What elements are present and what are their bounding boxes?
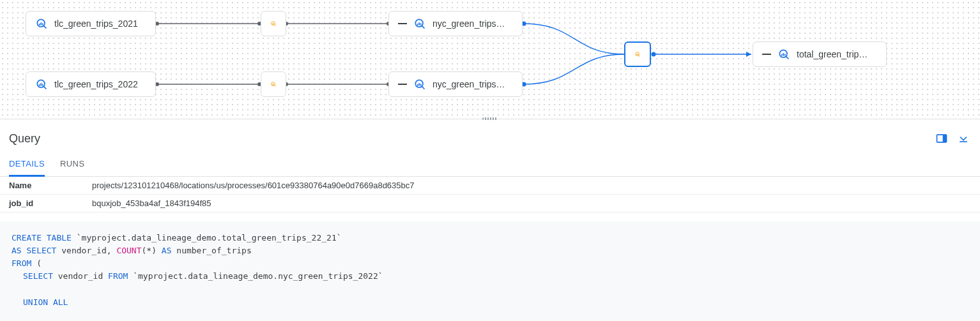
bigquery-process-icon: [270, 17, 277, 30]
svg-line-26: [275, 86, 276, 87]
node-label: nyc_green_trips…: [433, 19, 505, 29]
panel-tabs: DETAILS RUNS: [0, 153, 980, 177]
node-label: total_green_trip…: [797, 49, 868, 59]
process-node-1[interactable]: [261, 11, 286, 36]
bigquery-process-icon: [270, 78, 277, 91]
bigquery-icon: [413, 17, 426, 30]
node-nyc-2022[interactable]: nyc_green_trips…: [388, 71, 523, 97]
svg-line-18: [43, 26, 46, 28]
table-row: Name projects/123101210468/locations/us/…: [0, 177, 980, 195]
sql-preview: CREATE TABLE `myproject.data_lineage_dem…: [0, 221, 980, 321]
bigquery-icon: [35, 17, 48, 30]
dock-right-icon[interactable]: [935, 132, 948, 145]
tab-runs[interactable]: RUNS: [60, 153, 84, 176]
minus-icon: [762, 54, 771, 55]
details-table: Name projects/123101210468/locations/us/…: [0, 177, 980, 213]
svg-line-20: [275, 25, 276, 26]
svg-line-28: [422, 86, 424, 89]
node-tlc-2021[interactable]: tlc_green_trips_2021: [26, 11, 156, 36]
bigquery-icon: [35, 78, 48, 91]
collapse-down-icon[interactable]: [957, 132, 970, 145]
svg-rect-34: [943, 135, 947, 142]
node-total[interactable]: total_green_trip…: [753, 41, 887, 67]
field-name-label: Name: [0, 177, 83, 195]
bigquery-icon: [413, 78, 426, 91]
svg-line-30: [639, 56, 640, 57]
bigquery-process-icon: [634, 48, 641, 61]
field-jobid-value: bquxjob_453ba4af_1843f194f85: [83, 195, 980, 213]
minus-icon: [398, 23, 407, 24]
node-label: tlc_green_trips_2021: [54, 19, 138, 29]
svg-line-24: [43, 86, 46, 89]
panel-title: Query: [9, 132, 40, 146]
field-name-value: projects/123101210468/locations/us/proce…: [83, 177, 980, 195]
node-label: tlc_green_trips_2022: [54, 79, 138, 89]
tab-details[interactable]: DETAILS: [9, 153, 45, 177]
field-jobid-label: job_id: [0, 195, 83, 213]
svg-marker-16: [746, 52, 751, 57]
process-node-selected[interactable]: [624, 41, 651, 67]
process-node-2[interactable]: [261, 71, 286, 97]
bigquery-icon: [777, 48, 790, 61]
lineage-graph-canvas[interactable]: tlc_green_trips_2021 nyc_green_trips… tl…: [0, 0, 980, 119]
svg-line-32: [786, 56, 788, 59]
svg-line-22: [422, 26, 424, 28]
node-nyc-2021[interactable]: nyc_green_trips…: [388, 11, 523, 36]
node-label: nyc_green_trips…: [433, 79, 505, 89]
minus-icon: [398, 84, 407, 85]
panel-resize-handle[interactable]: [481, 115, 499, 123]
node-tlc-2022[interactable]: tlc_green_trips_2022: [26, 71, 156, 97]
details-panel: Query DETAILS RUNS Name projects/1231012…: [0, 119, 980, 321]
table-row: job_id bquxjob_453ba4af_1843f194f85: [0, 195, 980, 213]
